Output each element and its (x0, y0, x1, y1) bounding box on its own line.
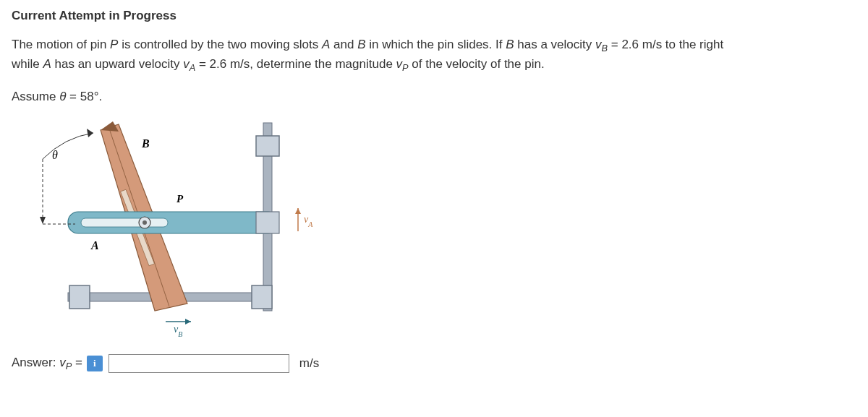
answer-row: Answer: vP = i m/s (12, 354, 856, 373)
svg-point-13 (142, 220, 147, 225)
problem-line-2: while A has an upward velocity vA = 2.6 … (12, 57, 545, 71)
svg-marker-21 (295, 208, 301, 214)
svg-rect-11 (256, 212, 279, 233)
label-B: B (141, 137, 150, 150)
label-P: P (176, 193, 184, 205)
svg-marker-19 (185, 319, 191, 324)
label-theta: θ (52, 149, 58, 161)
answer-label: Answer: vP = (12, 356, 82, 371)
assume-text: Assume θ = 58°. (12, 90, 856, 104)
mechanism-diagram: θ B A P vA vB (25, 116, 328, 340)
label-vB: vB (174, 324, 182, 338)
svg-marker-14 (87, 129, 93, 137)
info-icon[interactable]: i (87, 356, 103, 371)
answer-input[interactable] (109, 354, 289, 373)
svg-rect-10 (81, 218, 168, 227)
problem-statement: The motion of pin P is controlled by the… (12, 36, 843, 75)
label-A: A (90, 239, 99, 252)
svg-rect-3 (69, 285, 90, 309)
section-heading: Current Attempt in Progress (12, 9, 856, 23)
svg-marker-16 (40, 217, 46, 224)
answer-unit: m/s (299, 356, 319, 371)
problem-line-1: The motion of pin P is controlled by the… (12, 38, 723, 51)
label-vA: vA (304, 214, 313, 228)
svg-rect-1 (256, 136, 279, 156)
svg-rect-4 (252, 285, 272, 309)
